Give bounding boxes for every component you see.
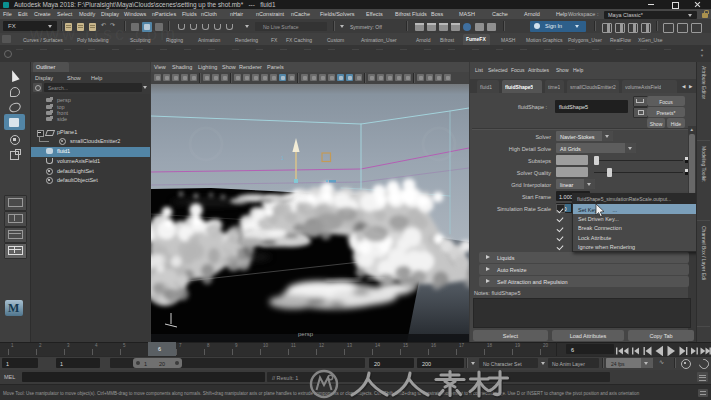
svg-text:1: 1 <box>281 155 284 161</box>
svg-text:persp: persp <box>298 331 314 337</box>
